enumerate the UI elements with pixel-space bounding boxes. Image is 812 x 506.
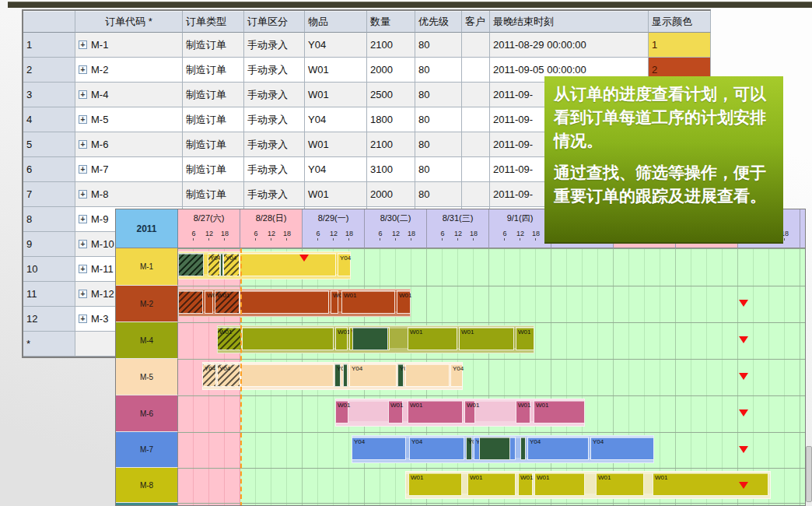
gantt-operation-bar[interactable]: W01 (534, 400, 585, 423)
order-class-cell[interactable]: 手动录入 (244, 58, 305, 83)
expand-icon[interactable]: + (79, 265, 87, 273)
column-header-row-number[interactable] (23, 11, 75, 33)
priority-cell[interactable]: 80 (415, 33, 462, 58)
column-header-latest-end-cell[interactable]: 最晚结束时刻 (490, 11, 649, 33)
priority-cell[interactable]: 80 (415, 58, 462, 83)
gantt-operation-bar[interactable]: W01 (388, 400, 403, 423)
row-number[interactable]: 2 (23, 58, 75, 83)
order-code-cell[interactable]: +M-5 (75, 107, 183, 132)
order-code-cell[interactable]: +M-8 (75, 182, 183, 207)
gantt-operation-bar[interactable]: W01 (518, 473, 533, 496)
row-number[interactable]: 4 (23, 107, 75, 132)
column-header-customer-cell[interactable]: 客户 (462, 11, 490, 33)
gantt-operation-bar[interactable]: W01 (335, 327, 348, 350)
row-number[interactable]: 11 (23, 282, 75, 307)
gantt-operation-bar[interactable]: Y04 (202, 364, 216, 387)
gantt-operation-bar[interactable]: W01 (331, 290, 338, 314)
expand-icon[interactable]: + (79, 240, 87, 248)
order-class-cell[interactable]: 手动录入 (244, 182, 305, 207)
priority-cell[interactable]: 80 (415, 83, 462, 107)
customer-cell[interactable] (462, 107, 490, 132)
gantt-operation-bar[interactable]: W01 (215, 290, 240, 314)
customer-cell[interactable] (462, 83, 490, 107)
priority-cell[interactable]: 80 (415, 107, 462, 132)
gantt-operation-bar[interactable]: W01 (408, 400, 463, 423)
gantt-operation-bar[interactable] (242, 327, 334, 350)
column-header-order-type-cell[interactable]: 订单类型 (183, 11, 244, 33)
order-class-cell[interactable]: 手动录入 (244, 33, 305, 58)
column-header-order-class-cell[interactable]: 订单区分 (244, 11, 305, 33)
order-class-cell[interactable]: 手动录入 (244, 132, 305, 157)
gantt-operation-bar[interactable]: Y04 (466, 437, 472, 460)
row-number[interactable]: 5 (23, 132, 75, 157)
item-cell[interactable]: Y04 (305, 157, 367, 182)
gantt-operation-bar[interactable]: W01 (397, 290, 411, 314)
gantt-row-label[interactable] (116, 503, 178, 506)
order-type-cell[interactable]: 制造订单 (183, 83, 244, 107)
row-number[interactable]: 7 (23, 182, 75, 207)
gantt-row-label[interactable]: M-8 (116, 468, 178, 503)
gantt-operation-bar[interactable]: Y04 (409, 437, 464, 460)
gantt-operation-bar[interactable]: W01 (534, 473, 585, 496)
gantt-row-label[interactable]: M-4 (116, 322, 178, 359)
gantt-operation-bar[interactable]: Y04 (349, 364, 397, 387)
item-cell[interactable]: Y04 (305, 107, 367, 132)
gantt-operation-bar[interactable]: W01 (653, 473, 768, 496)
gantt-operation-bar[interactable]: Y04 (527, 437, 589, 460)
gantt-row-label[interactable]: M-1 (116, 248, 178, 286)
order-type-cell[interactable]: 制造订单 (183, 132, 244, 157)
order-code-cell[interactable]: +M-6 (75, 132, 183, 157)
customer-cell[interactable] (462, 182, 490, 207)
customer-cell[interactable] (462, 33, 490, 58)
row-number[interactable]: 12 (23, 307, 75, 332)
quantity-cell[interactable]: 2000 (367, 182, 415, 207)
quantity-cell[interactable]: 1800 (367, 107, 415, 132)
gantt-operation-bar[interactable]: W01 (408, 327, 457, 350)
quantity-cell[interactable]: 2000 (367, 58, 415, 83)
quantity-cell[interactable]: 2100 (367, 33, 415, 58)
order-type-cell[interactable]: 制造订单 (183, 33, 244, 58)
row-number[interactable]: 8 (23, 207, 75, 232)
order-class-cell[interactable]: 手动录入 (244, 107, 305, 132)
column-header-item-cell[interactable]: 物品 (305, 11, 367, 33)
column-header-quantity-cell[interactable]: 数量 (367, 11, 415, 33)
gantt-operation-bar[interactable]: W01 (516, 327, 534, 350)
gantt-operation-bar[interactable]: Y04 (208, 253, 220, 276)
expand-icon[interactable]: + (79, 215, 87, 223)
expand-icon[interactable]: + (79, 140, 87, 149)
gantt-operation-bar[interactable]: W01 (408, 473, 462, 496)
gantt-operation-bar[interactable]: W01 (335, 400, 348, 423)
gantt-operation-bar[interactable]: W01 (467, 473, 516, 496)
gantt-operation-bar[interactable] (520, 437, 526, 460)
customer-cell[interactable] (462, 132, 490, 157)
gantt-operation-bar[interactable] (405, 364, 450, 387)
order-type-cell[interactable]: 制造订单 (183, 107, 244, 132)
row-number[interactable]: 9 (23, 232, 75, 257)
gantt-operation-bar[interactable] (240, 253, 336, 276)
gantt-operation-bar[interactable] (479, 437, 510, 460)
expand-icon[interactable]: + (79, 40, 87, 49)
order-type-cell[interactable]: 制造订单 (183, 182, 244, 207)
priority-cell[interactable]: 80 (415, 157, 462, 182)
gantt-operation-bar[interactable]: W01 (596, 473, 644, 496)
quantity-cell[interactable]: 2500 (367, 83, 415, 107)
item-cell[interactable]: W01 (305, 58, 367, 83)
column-header-order-code-cell[interactable]: 订单代码 * (75, 11, 183, 33)
gantt-operation-bar[interactable]: W01 (217, 327, 242, 350)
gantt-operation-bar[interactable]: Y04 (590, 437, 654, 460)
vertical-scrollbar-fragment[interactable] (806, 446, 812, 502)
gantt-operation-bar[interactable]: Y04 (450, 364, 463, 387)
item-cell[interactable]: W01 (305, 132, 367, 157)
row-number[interactable]: * (23, 332, 75, 357)
gantt-operation-bar[interactable]: Y04 (338, 253, 351, 276)
gantt-row-label[interactable]: M-5 (116, 359, 178, 395)
latest-end-cell[interactable]: 2011-08-29 00:00:00 (490, 33, 649, 58)
expand-icon[interactable]: + (79, 190, 87, 199)
row-number[interactable]: 1 (23, 33, 75, 58)
expand-icon[interactable]: + (79, 290, 87, 298)
order-code-cell[interactable]: +M-4 (75, 83, 183, 107)
quantity-cell[interactable]: 2100 (367, 132, 415, 157)
customer-cell[interactable] (462, 157, 490, 182)
gantt-operation-bar[interactable]: Y04 (352, 437, 406, 460)
order-code-cell[interactable]: +M-7 (75, 157, 183, 182)
